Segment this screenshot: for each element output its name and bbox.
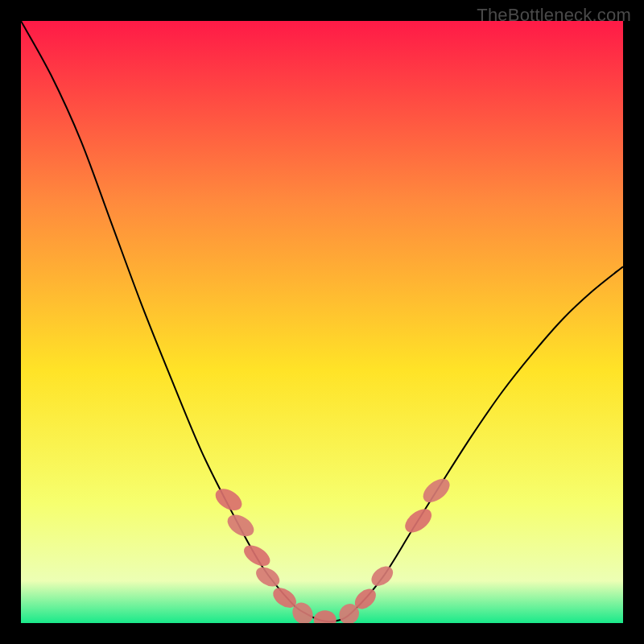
plot-area xyxy=(21,21,623,623)
chart-frame: TheBottleneck.com xyxy=(0,0,644,644)
chart-svg xyxy=(21,21,623,623)
gradient-background xyxy=(21,21,623,623)
watermark-text: TheBottleneck.com xyxy=(477,5,631,26)
